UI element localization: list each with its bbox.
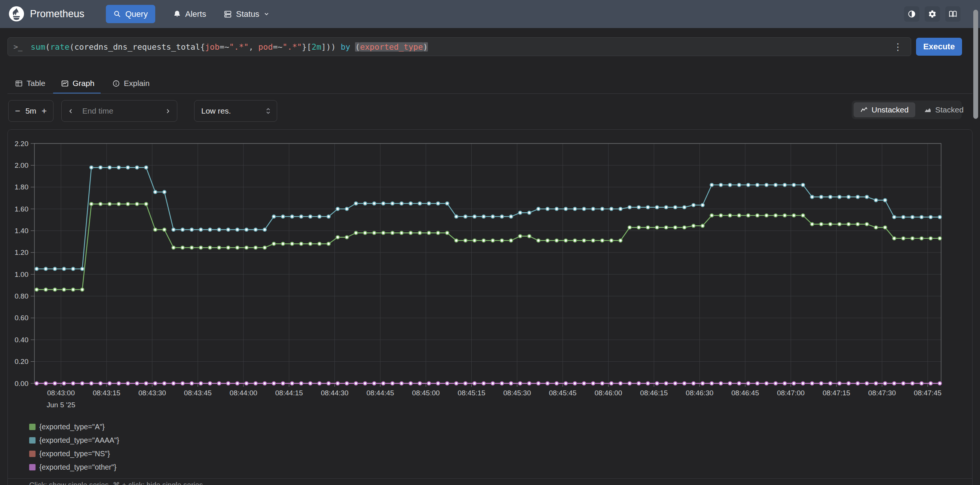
y-tick-label: 1.40 <box>14 227 29 235</box>
data-point <box>354 231 358 235</box>
data-point <box>674 206 677 209</box>
data-point <box>90 166 93 169</box>
data-point <box>172 228 175 231</box>
data-point <box>145 382 148 385</box>
data-point <box>746 184 750 187</box>
x-tick-label: 08:44:30 <box>321 389 348 397</box>
data-point <box>473 239 476 242</box>
data-point <box>674 382 677 385</box>
x-tick-label: 08:45:30 <box>503 389 531 397</box>
data-point <box>400 202 403 205</box>
data-point <box>619 382 622 385</box>
y-tick-label: 0.00 <box>14 380 29 387</box>
legend-item[interactable]: {exported_type="A"} <box>29 420 119 433</box>
data-point <box>482 382 485 385</box>
data-point <box>719 382 723 385</box>
data-point <box>738 214 741 217</box>
data-point <box>564 382 568 385</box>
y-tick-label: 1.80 <box>14 183 29 191</box>
graph-canvas[interactable]: 0.000.200.400.600.801.001.201.401.601.80… <box>0 0 980 485</box>
data-point <box>765 382 768 385</box>
data-point <box>774 184 777 187</box>
data-point <box>436 382 440 385</box>
data-point <box>235 228 239 231</box>
data-point <box>501 215 504 218</box>
legend-item[interactable]: {exported_type="AAAA"} <box>29 433 119 447</box>
data-point <box>546 382 549 385</box>
data-point <box>519 211 522 214</box>
data-point <box>309 382 312 385</box>
data-point <box>181 382 185 385</box>
data-point <box>929 216 932 219</box>
data-point <box>546 208 549 211</box>
data-point <box>619 208 622 211</box>
data-point <box>81 382 84 385</box>
data-point <box>418 231 422 235</box>
data-point <box>601 239 604 242</box>
data-point <box>199 382 203 385</box>
data-point <box>528 211 531 214</box>
data-point <box>190 228 193 231</box>
legend-label: {exported_type="A"} <box>39 423 105 431</box>
data-point <box>473 382 476 385</box>
data-point <box>528 235 531 238</box>
data-point <box>354 202 358 205</box>
data-point <box>774 214 777 217</box>
data-point <box>902 237 905 240</box>
data-point <box>364 382 367 385</box>
data-point <box>99 166 102 169</box>
data-point <box>172 382 175 385</box>
data-point <box>300 382 303 385</box>
data-point <box>765 214 768 217</box>
data-point <box>272 382 276 385</box>
data-point <box>382 202 385 205</box>
x-tick-label: 08:45:00 <box>412 389 440 397</box>
data-point <box>336 382 340 385</box>
data-point <box>208 246 212 249</box>
data-point <box>245 382 248 385</box>
data-point <box>847 382 850 385</box>
data-point <box>692 204 695 207</box>
data-point <box>573 239 577 242</box>
x-tick-label: 08:46:45 <box>731 389 759 397</box>
data-point <box>819 223 823 226</box>
data-point <box>263 382 266 385</box>
legend-item[interactable]: {exported_type="NS"} <box>29 447 119 460</box>
data-point <box>35 288 38 292</box>
data-point <box>272 242 276 246</box>
x-tick-label: 08:43:00 <box>47 389 75 397</box>
data-point <box>829 382 832 385</box>
data-point <box>892 382 896 385</box>
data-point <box>108 203 111 206</box>
data-point <box>875 198 878 202</box>
y-tick-label: 0.20 <box>14 358 29 365</box>
x-tick-label: 08:45:45 <box>549 389 576 397</box>
x-tick-label: 08:45:15 <box>458 389 485 397</box>
data-point <box>637 226 640 229</box>
data-point <box>911 382 914 385</box>
data-point <box>883 226 887 229</box>
data-point <box>783 214 787 217</box>
legend-help-text: Click: show single series, ⌘ + click: hi… <box>29 481 205 485</box>
data-point <box>865 382 869 385</box>
y-tick-label: 2.20 <box>14 140 29 147</box>
data-point <box>719 214 723 217</box>
data-point <box>591 239 595 242</box>
data-point <box>628 206 632 209</box>
data-point <box>409 382 412 385</box>
data-point <box>154 190 157 194</box>
data-point <box>35 267 38 271</box>
data-point <box>336 208 340 211</box>
data-point <box>163 228 166 231</box>
data-point <box>126 203 130 206</box>
data-point <box>345 236 348 239</box>
legend-item[interactable]: {exported_type="other"} <box>29 460 119 474</box>
data-point <box>728 382 732 385</box>
data-point <box>509 215 513 218</box>
data-point <box>838 382 841 385</box>
data-point <box>537 382 540 385</box>
data-point <box>154 228 157 231</box>
data-point <box>838 195 841 199</box>
data-point <box>427 231 431 235</box>
legend-label: {exported_type="other"} <box>39 463 116 472</box>
